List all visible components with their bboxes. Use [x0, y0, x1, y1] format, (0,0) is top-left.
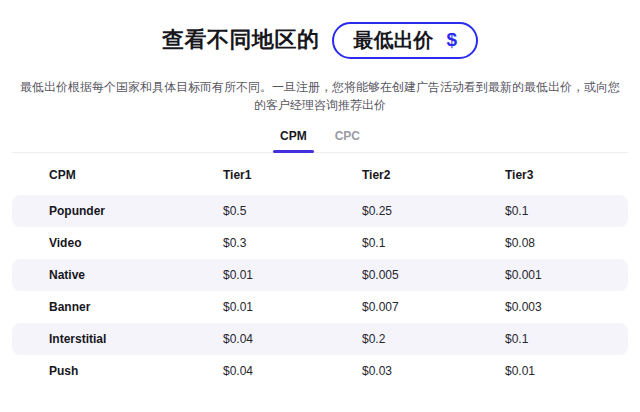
- table-body: Popunder$0.5$0.25$0.1Video$0.3$0.1$0.08N…: [12, 195, 628, 387]
- row-value: $0.03: [362, 364, 505, 378]
- row-value: $0.01: [505, 364, 628, 378]
- row-value: $0.003: [505, 300, 628, 314]
- row-value: $0.04: [223, 332, 362, 346]
- table-header-row: CPM Tier1 Tier2 Tier3: [12, 155, 628, 195]
- row-value: $0.01: [223, 268, 362, 282]
- min-bid-badge: 最低出价 $: [332, 22, 478, 59]
- row-format-label: Native: [49, 268, 223, 282]
- page-title: 查看不同地区的: [162, 25, 320, 55]
- row-format-label: Push: [49, 364, 223, 378]
- table-row: Video$0.3$0.1$0.08: [12, 227, 628, 259]
- column-header-tier1: Tier1: [223, 168, 362, 182]
- column-header-tier3: Tier3: [505, 168, 628, 182]
- subtitle: 最低出价根据每个国家和具体目标而有所不同。一旦注册，您将能够在创建广告活动看到最…: [0, 78, 640, 114]
- table-row: Popunder$0.5$0.25$0.1: [12, 195, 628, 227]
- row-format-label: Video: [49, 236, 223, 250]
- subtitle-line-1: 最低出价根据每个国家和具体目标而有所不同。一旦注册，您将能够在创建广告活动看到最…: [0, 78, 640, 96]
- table-row: Interstitial$0.04$0.2$0.1: [12, 323, 628, 355]
- row-value: $0.01: [223, 300, 362, 314]
- row-format-label: Banner: [49, 300, 223, 314]
- table-row: Push$0.04$0.03$0.01: [12, 355, 628, 387]
- hero: 查看不同地区的 最低出价 $: [0, 21, 640, 59]
- row-value: $0.2: [362, 332, 505, 346]
- row-value: $0.1: [505, 332, 628, 346]
- row-format-label: Popunder: [49, 204, 223, 218]
- dollar-icon: $: [446, 29, 457, 51]
- row-value: $0.3: [223, 236, 362, 250]
- subtitle-line-2: 的客户经理咨询推荐出价: [0, 96, 640, 114]
- tab-cpm[interactable]: CPM: [273, 125, 314, 152]
- row-value: $0.007: [362, 300, 505, 314]
- column-header-tier2: Tier2: [362, 168, 505, 182]
- row-value: $0.005: [362, 268, 505, 282]
- row-value: $0.1: [505, 204, 628, 218]
- min-bid-badge-label: 最低出价: [353, 27, 433, 54]
- pricing-tabs: CPM CPC: [12, 125, 628, 153]
- table-row: Banner$0.01$0.007$0.003: [12, 291, 628, 323]
- row-value: $0.001: [505, 268, 628, 282]
- column-header-format: CPM: [49, 168, 223, 182]
- tab-cpc[interactable]: CPC: [328, 125, 367, 152]
- row-format-label: Interstitial: [49, 332, 223, 346]
- table-row: Native$0.01$0.005$0.001: [12, 259, 628, 291]
- row-value: $0.04: [223, 364, 362, 378]
- row-value: $0.5: [223, 204, 362, 218]
- row-value: $0.1: [362, 236, 505, 250]
- pricing-section: CPM CPC CPM Tier1 Tier2 Tier3 Popunder$0…: [12, 125, 628, 387]
- row-value: $0.25: [362, 204, 505, 218]
- row-value: $0.08: [505, 236, 628, 250]
- pricing-table: CPM Tier1 Tier2 Tier3 Popunder$0.5$0.25$…: [12, 155, 628, 387]
